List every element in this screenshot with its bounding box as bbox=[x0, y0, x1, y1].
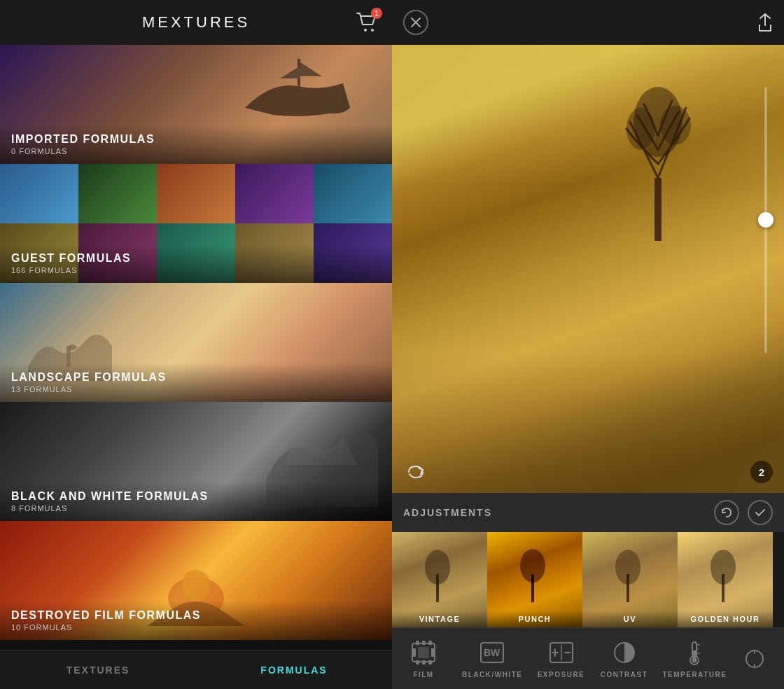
formula-count-guest: 166 FORMULAS bbox=[11, 266, 381, 274]
tool-temperature[interactable]: TEMPERATURE bbox=[656, 633, 734, 684]
formula-title-guest: GUEST FORMULAS bbox=[11, 252, 381, 265]
tab-formulas[interactable]: FORMULAS bbox=[196, 656, 392, 684]
svg-rect-26 bbox=[428, 660, 432, 664]
formula-list: IMPORTED FORMULAS 0 FORMULAS bbox=[0, 45, 392, 650]
svg-rect-28 bbox=[431, 648, 435, 657]
vertical-slider-track bbox=[764, 87, 767, 353]
guest-cell bbox=[0, 164, 78, 223]
svg-rect-5 bbox=[182, 570, 210, 601]
filter-golden-label: GOLDEN HOUR bbox=[678, 611, 773, 627]
guest-cell bbox=[235, 164, 314, 223]
formula-item-landscape[interactable]: LANDSCAPE FORMULAS 13 FORMULAS bbox=[0, 283, 392, 402]
tab-textures[interactable]: TEXTURES bbox=[0, 656, 196, 684]
vertical-slider-thumb[interactable] bbox=[758, 212, 774, 228]
photo-area: 2 bbox=[392, 45, 784, 493]
formula-item-bw[interactable]: BLACK AND WHITE FORMULAS 8 FORMULAS bbox=[0, 402, 392, 521]
svg-rect-27 bbox=[412, 648, 416, 657]
photo-controls: 2 bbox=[392, 459, 784, 485]
confirm-button[interactable] bbox=[748, 500, 773, 525]
adjustments-label: ADJUSTMENTS bbox=[403, 507, 492, 518]
svg-point-17 bbox=[615, 550, 640, 585]
temperature-icon bbox=[680, 639, 708, 667]
svg-rect-23 bbox=[428, 641, 432, 645]
formula-count-landscape: 13 FORMULAS bbox=[11, 385, 381, 394]
tool-bw-label: BLACK/WHITE bbox=[462, 671, 523, 678]
filter-punch[interactable]: PUNCH bbox=[487, 532, 582, 627]
extra-icon bbox=[741, 645, 769, 673]
svg-point-10 bbox=[626, 108, 654, 150]
left-panel: MEXTURES 1 IMPORTED FO bbox=[0, 0, 392, 689]
photo-background: 2 bbox=[392, 45, 784, 493]
tool-film-label: FILM bbox=[413, 671, 433, 678]
guest-cell bbox=[157, 164, 235, 223]
tool-film[interactable]: FILM bbox=[392, 633, 455, 684]
left-header: MEXTURES 1 bbox=[0, 0, 392, 45]
tool-contrast[interactable]: CONTRAST bbox=[593, 633, 656, 684]
filter-vintage[interactable]: VINTAGE bbox=[392, 532, 487, 627]
formula-count-imported: 0 FORMULAS bbox=[11, 147, 381, 155]
undo-button[interactable] bbox=[714, 500, 739, 525]
adjustments-bar: ADJUSTMENTS bbox=[392, 493, 784, 532]
svg-rect-22 bbox=[422, 641, 426, 645]
svg-point-11 bbox=[660, 106, 691, 145]
tool-extra[interactable] bbox=[734, 639, 776, 678]
filter-vintage-label: VINTAGE bbox=[392, 611, 487, 627]
svg-point-41 bbox=[692, 658, 697, 663]
cart-badge: 1 bbox=[371, 8, 382, 19]
filter-punch-label: PUNCH bbox=[487, 611, 582, 627]
bw-icon: BW bbox=[478, 639, 506, 667]
tool-exposure[interactable]: EXPOSURE bbox=[530, 633, 593, 684]
filter-uv-label: UV bbox=[582, 611, 678, 627]
film-icon bbox=[410, 639, 438, 667]
tool-exposure-label: EXPOSURE bbox=[538, 671, 585, 678]
tool-bw[interactable]: BW BLACK/WHITE bbox=[455, 633, 530, 684]
layer-count: 2 bbox=[750, 461, 773, 483]
formula-count-destroyed: 10 FORMULAS bbox=[11, 623, 381, 632]
guest-cell bbox=[314, 164, 392, 223]
tool-temperature-label: TEMPERATURE bbox=[663, 671, 727, 678]
tool-contrast-label: CONTRAST bbox=[601, 671, 648, 678]
right-header bbox=[392, 0, 784, 45]
svg-point-13 bbox=[425, 550, 450, 585]
cart-button[interactable]: 1 bbox=[356, 12, 378, 33]
contrast-icon bbox=[610, 639, 638, 667]
filter-golden[interactable]: GOLDEN HOUR bbox=[678, 532, 773, 627]
formula-item-destroyed[interactable]: DESTROYED FILM FORMULAS 10 FORMULAS bbox=[0, 521, 392, 640]
rotate-button[interactable] bbox=[403, 459, 428, 485]
svg-rect-29 bbox=[418, 647, 429, 658]
svg-rect-8 bbox=[654, 178, 662, 241]
formula-title-landscape: LANDSCAPE FORMULAS bbox=[11, 371, 381, 384]
svg-rect-25 bbox=[422, 660, 426, 664]
exposure-icon bbox=[547, 639, 575, 667]
svg-point-1 bbox=[371, 29, 374, 32]
svg-point-0 bbox=[364, 29, 367, 32]
svg-rect-24 bbox=[416, 660, 419, 664]
guest-cell bbox=[78, 164, 157, 223]
svg-text:BW: BW bbox=[484, 647, 500, 658]
formula-item-guest[interactable]: GUEST FORMULAS 166 FORMULAS bbox=[0, 164, 392, 283]
close-button[interactable] bbox=[403, 10, 428, 35]
bottom-nav: TEXTURES FORMULAS bbox=[0, 650, 392, 689]
formula-item-imported[interactable]: IMPORTED FORMULAS 0 FORMULAS bbox=[0, 45, 392, 164]
adjustment-buttons bbox=[714, 500, 773, 525]
share-button[interactable] bbox=[757, 13, 773, 32]
filter-row: VINTAGE PUNCH UV bbox=[392, 532, 784, 627]
right-panel: 2 ADJUSTMENTS bbox=[392, 0, 784, 689]
filter-uv[interactable]: UV bbox=[582, 532, 678, 627]
formula-title-bw: BLACK AND WHITE FORMULAS bbox=[11, 490, 381, 503]
tools-row: FILM BW BLACK/WHITE bbox=[392, 627, 784, 689]
svg-point-15 bbox=[520, 549, 545, 583]
app-title: MEXTURES bbox=[142, 13, 250, 32]
svg-point-19 bbox=[710, 550, 736, 585]
svg-rect-21 bbox=[416, 641, 419, 645]
formula-title-destroyed: DESTROYED FILM FORMULAS bbox=[11, 609, 381, 622]
formula-count-bw: 8 FORMULAS bbox=[11, 504, 381, 513]
formula-title-imported: IMPORTED FORMULAS bbox=[11, 133, 381, 146]
